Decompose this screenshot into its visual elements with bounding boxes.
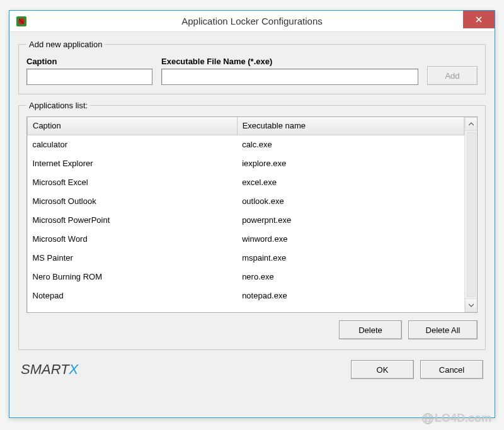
exe-label: Executable File Name (*.exe) xyxy=(161,57,418,66)
cell-caption: Nero Burning ROM xyxy=(28,267,238,286)
col-caption-header[interactable]: Caption xyxy=(28,117,238,135)
smartx-logo: SMARTX xyxy=(21,361,78,378)
dialog-content: Add new application Caption Executable F… xyxy=(9,32,495,387)
cell-exe: nero.exe xyxy=(237,267,464,286)
cell-caption: Microsoft Word xyxy=(28,229,238,248)
table-row[interactable]: Notepadnotepad.exe xyxy=(28,286,464,305)
titlebar[interactable]: Application Locker Configurations xyxy=(9,11,495,32)
caption-input[interactable] xyxy=(26,69,152,85)
app-icon xyxy=(16,16,27,27)
cell-caption: MS Painter xyxy=(28,248,238,267)
cell-exe: powerpnt.exe xyxy=(237,210,464,229)
dialog-window: Application Locker Configurations Add ne… xyxy=(9,10,495,418)
cell-caption: Microsoft Outlook xyxy=(28,191,238,210)
caption-label: Caption xyxy=(26,57,152,66)
delete-button[interactable]: Delete xyxy=(339,320,402,339)
cell-exe: mspaint.exe xyxy=(237,248,464,267)
close-button[interactable] xyxy=(463,11,495,28)
applications-list-group: Applications list: Caption Executable na… xyxy=(18,101,486,350)
table-header-row: Caption Executable name xyxy=(28,117,464,135)
chevron-down-icon xyxy=(469,303,474,307)
list-scrollbar[interactable] xyxy=(464,117,477,312)
ok-button[interactable]: OK xyxy=(351,360,414,379)
cell-exe: winword.exe xyxy=(237,229,464,248)
applications-list-legend: Applications list: xyxy=(26,101,90,110)
table-row[interactable]: Microsoft Wordwinword.exe xyxy=(28,229,464,248)
applications-table-wrap: Caption Executable name calculatorcalc.e… xyxy=(27,117,464,312)
cell-caption: calculator xyxy=(28,135,238,154)
applications-table: Caption Executable name calculatorcalc.e… xyxy=(27,117,464,305)
cell-exe: iexplore.exe xyxy=(237,154,464,173)
exe-input[interactable] xyxy=(161,69,418,85)
cell-exe: notepad.exe xyxy=(237,286,464,305)
scroll-down-button[interactable] xyxy=(465,298,478,312)
dialog-footer: SMARTX OK Cancel xyxy=(18,360,486,379)
add-button[interactable]: Add xyxy=(427,66,478,85)
cell-exe: calc.exe xyxy=(237,135,464,154)
cell-exe: outlook.exe xyxy=(237,191,464,210)
cancel-button[interactable]: Cancel xyxy=(420,360,483,379)
table-row[interactable]: Microsoft PowerPointpowerpnt.exe xyxy=(28,210,464,229)
delete-all-button[interactable]: Delete All xyxy=(408,320,478,339)
exe-field-wrap: Executable File Name (*.exe) xyxy=(161,57,418,85)
scroll-thumb[interactable] xyxy=(467,132,476,297)
list-buttons-row: Delete Delete All xyxy=(26,320,478,339)
applications-list[interactable]: Caption Executable name calculatorcalc.e… xyxy=(26,116,478,313)
table-row[interactable]: MS Paintermspaint.exe xyxy=(28,248,464,267)
cell-caption: Microsoft PowerPoint xyxy=(28,210,238,229)
col-exe-header[interactable]: Executable name xyxy=(237,117,464,135)
table-row[interactable]: Microsoft Outlookoutlook.exe xyxy=(28,191,464,210)
cell-exe: excel.exe xyxy=(237,173,464,191)
table-row[interactable]: calculatorcalc.exe xyxy=(28,135,464,154)
cell-caption: Internet Explorer xyxy=(28,154,238,173)
add-application-legend: Add new application xyxy=(26,40,105,49)
chevron-up-icon xyxy=(469,122,474,126)
cell-caption: Notepad xyxy=(28,286,238,305)
close-icon xyxy=(476,16,482,23)
logo-accent: X xyxy=(69,361,79,378)
table-row[interactable]: Internet Exploreriexplore.exe xyxy=(28,154,464,173)
dialog-buttons: OK Cancel xyxy=(351,360,483,379)
table-row[interactable]: Microsoft Excelexcel.exe xyxy=(28,173,464,191)
cell-caption: Microsoft Excel xyxy=(28,173,238,191)
table-row[interactable]: Nero Burning ROMnero.exe xyxy=(28,267,464,286)
window-title: Application Locker Configurations xyxy=(9,16,495,26)
logo-text: SMART xyxy=(21,361,69,378)
add-row: Caption Executable File Name (*.exe) Add xyxy=(26,57,478,85)
add-application-group: Add new application Caption Executable F… xyxy=(18,40,486,94)
caption-field-wrap: Caption xyxy=(26,57,152,85)
scroll-up-button[interactable] xyxy=(465,117,478,131)
